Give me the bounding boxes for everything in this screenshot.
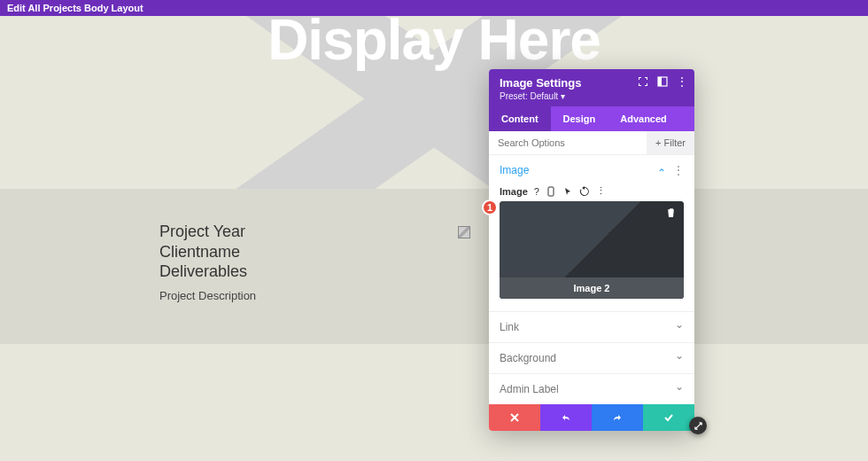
device-icon[interactable] bbox=[546, 186, 556, 197]
section-background-header[interactable]: Background bbox=[489, 343, 694, 373]
chevron-down-icon bbox=[675, 352, 684, 364]
section-link-title: Link bbox=[500, 321, 519, 333]
plus-icon: + bbox=[655, 137, 661, 148]
field-more-icon[interactable] bbox=[596, 185, 606, 197]
redo-button[interactable] bbox=[592, 404, 643, 431]
broken-image-icon[interactable] bbox=[458, 226, 470, 238]
undo-button[interactable] bbox=[540, 404, 592, 431]
section-image-header[interactable]: Image bbox=[489, 155, 694, 185]
top-bar-title: Edit All Projects Body Layout bbox=[7, 3, 143, 13]
section-more-icon[interactable] bbox=[673, 164, 684, 176]
confirm-button[interactable] bbox=[643, 404, 694, 431]
cancel-button[interactable] bbox=[489, 404, 540, 431]
panel-header[interactable]: Image Settings Preset: Default ▾ bbox=[489, 69, 694, 106]
svg-rect-1 bbox=[658, 77, 662, 86]
resize-handle-icon[interactable] bbox=[689, 417, 707, 434]
section-image-title: Image bbox=[500, 164, 529, 176]
tab-design[interactable]: Design bbox=[551, 106, 608, 131]
search-input[interactable] bbox=[489, 131, 647, 154]
tab-advanced[interactable]: Advanced bbox=[608, 106, 679, 131]
reset-icon[interactable] bbox=[579, 186, 590, 197]
trash-icon[interactable] bbox=[665, 207, 677, 218]
more-icon[interactable] bbox=[677, 76, 687, 87]
chevron-down-icon bbox=[675, 321, 684, 333]
hover-icon[interactable] bbox=[562, 186, 573, 197]
panel-preset[interactable]: Preset: Default ▾ bbox=[500, 91, 684, 101]
annotation-badge-1: 1 bbox=[482, 199, 498, 215]
project-deliverables: Deliverables bbox=[159, 262, 256, 282]
image-settings-panel[interactable]: Image Settings Preset: Default ▾ Content… bbox=[489, 69, 694, 431]
preset-caret-icon: ▾ bbox=[561, 91, 565, 101]
project-content: Project Year Clientname Deliverables Pro… bbox=[159, 222, 256, 302]
svg-rect-2 bbox=[548, 187, 554, 196]
image-field-label: Image bbox=[500, 186, 528, 197]
section-image-toggles bbox=[657, 164, 684, 176]
project-year: Project Year bbox=[159, 222, 256, 242]
panel-tabs: Content Design Advanced bbox=[489, 106, 694, 131]
image-preview[interactable]: Image 2 bbox=[500, 201, 684, 299]
panel-footer bbox=[489, 404, 694, 431]
image-preview-caption: Image 2 bbox=[500, 277, 684, 299]
section-link-header[interactable]: Link bbox=[489, 312, 694, 342]
expand-icon[interactable] bbox=[638, 76, 648, 87]
help-icon[interactable]: ? bbox=[534, 186, 539, 197]
project-description: Project Description bbox=[159, 289, 256, 302]
hero-region: Display Here bbox=[0, 16, 868, 189]
section-background-title: Background bbox=[500, 352, 556, 364]
section-image-body: Image ? Image 2 bbox=[489, 185, 694, 311]
project-client: Clientname bbox=[159, 242, 256, 262]
section-admin-label-header[interactable]: Admin Label bbox=[489, 374, 694, 404]
image-field-label-row: Image ? bbox=[500, 185, 684, 197]
project-meta: Project Year Clientname Deliverables bbox=[159, 222, 256, 282]
search-row: + Filter bbox=[489, 131, 694, 155]
top-bar: Edit All Projects Body Layout bbox=[0, 0, 868, 16]
tab-content[interactable]: Content bbox=[489, 106, 551, 131]
filter-button[interactable]: + Filter bbox=[647, 131, 694, 154]
hero-heading: Display Here bbox=[0, 16, 868, 73]
snap-icon[interactable] bbox=[657, 76, 668, 87]
chevron-down-icon bbox=[675, 383, 684, 395]
chevron-up-icon[interactable] bbox=[657, 164, 666, 176]
body-strip bbox=[0, 189, 868, 344]
section-admin-label-title: Admin Label bbox=[500, 383, 559, 395]
